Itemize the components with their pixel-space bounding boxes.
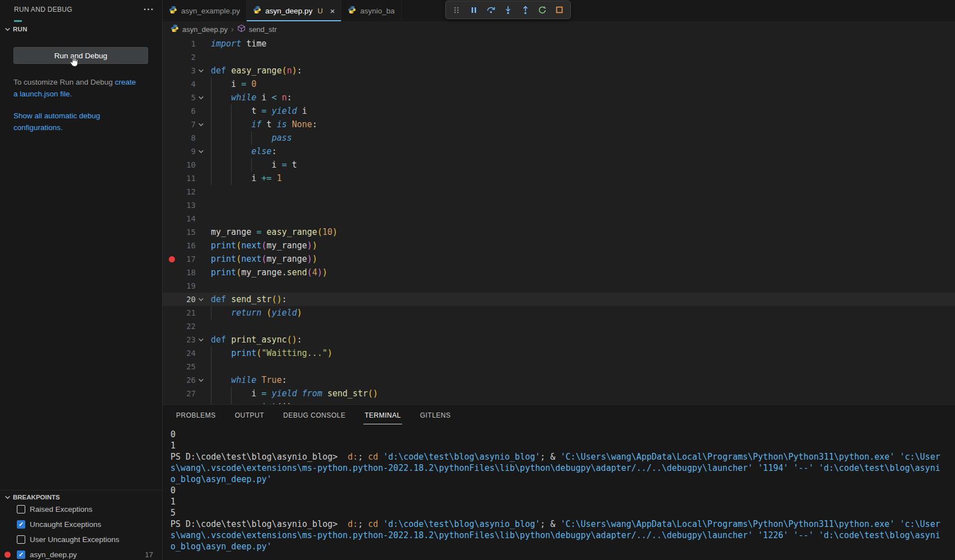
fold-chevron-icon[interactable] xyxy=(198,334,204,347)
line-number: 16 xyxy=(163,239,196,252)
checkbox[interactable] xyxy=(17,535,25,544)
line-number: 28 xyxy=(163,400,196,404)
code-line-19[interactable]: 19 xyxy=(163,279,955,293)
code-line-14[interactable]: 14 xyxy=(163,212,955,225)
code-line-1[interactable]: 1import time xyxy=(163,37,955,50)
code-line-11[interactable]: 11 i += 1 xyxy=(163,172,955,185)
pause-icon[interactable] xyxy=(467,3,481,17)
chevron-down-icon xyxy=(4,26,11,33)
line-number: 11 xyxy=(163,172,196,185)
more-actions-icon[interactable]: ··· xyxy=(144,4,154,15)
code-line-12[interactable]: 12 xyxy=(163,185,955,198)
code-editor[interactable]: 1import time23def easy_range(n):4 i = 05… xyxy=(163,37,955,404)
code-text: def send_str(): xyxy=(211,293,287,306)
fold-chevron-icon[interactable] xyxy=(198,145,204,159)
python-icon xyxy=(169,6,177,16)
breakpoint-item[interactable]: ✓asyn_deep.py17 xyxy=(0,547,162,560)
step-into-icon[interactable] xyxy=(501,3,515,17)
breadcrumb-file[interactable]: asyn_deep.py xyxy=(182,25,228,34)
breakpoint-icon xyxy=(4,552,11,558)
editor-group: asyn_example.pyasyn_deep.pyU×asynio_bay … xyxy=(163,0,955,560)
code-line-2[interactable]: 2 xyxy=(163,50,955,64)
python-file-icon xyxy=(170,24,179,34)
code-line-9[interactable]: 9 else: xyxy=(163,145,955,158)
line-number: 6 xyxy=(163,104,196,118)
line-number: 15 xyxy=(163,225,196,239)
breakpoint-item[interactable]: Raised Exceptions xyxy=(0,502,162,517)
code-text: i = yield from send_str() xyxy=(211,387,378,400)
code-text: i += 1 xyxy=(211,172,282,185)
bottom-panel: PROBLEMSOUTPUTDEBUG CONSOLETERMINALGITLE… xyxy=(163,404,955,560)
code-line-17[interactable]: 17print(next(my_range)) xyxy=(163,252,955,266)
fold-chevron-icon[interactable] xyxy=(198,293,204,307)
code-text: print("Waitting...") xyxy=(211,346,333,360)
code-line-21[interactable]: 21 return (yield) xyxy=(163,306,955,320)
terminal-line-2: 1 xyxy=(170,440,955,451)
code-line-27[interactable]: 27 i = yield from send_str() xyxy=(163,387,955,400)
step-out-icon[interactable] xyxy=(518,3,533,17)
debug-toolbar xyxy=(445,1,571,19)
code-line-18[interactable]: 18print(my_range.send(4)) xyxy=(163,266,955,279)
code-text: print(i) xyxy=(211,400,292,404)
line-number: 22 xyxy=(163,320,196,333)
checkbox[interactable] xyxy=(17,505,25,513)
line-number: 19 xyxy=(163,279,196,293)
code-line-7[interactable]: 7 if t is None: xyxy=(163,118,955,131)
vscode-window: RUN AND DEBUG ··· RUN Run and Debug To c… xyxy=(0,0,955,560)
code-text: else: xyxy=(211,145,276,158)
stop-icon[interactable] xyxy=(552,3,567,17)
panel-tab-terminal[interactable]: TERMINAL xyxy=(365,411,401,419)
customize-hint: To customize Run and Debug create a laun… xyxy=(13,76,141,100)
terminal-line-9: PS D:\code\test\blog\asynio_blog> d:; cd… xyxy=(170,519,955,530)
breakpoints-header[interactable]: BREAKPOINTS xyxy=(0,490,162,502)
fold-chevron-icon[interactable] xyxy=(198,118,204,132)
terminal-output[interactable]: 01PS D:\code\test\blog\asynio_blog> d:; … xyxy=(163,425,955,552)
code-line-3[interactable]: 3def easy_range(n): xyxy=(163,64,955,77)
panel-tab-debug-console[interactable]: DEBUG CONSOLE xyxy=(283,411,345,419)
tab-asyn_deep.py[interactable]: asyn_deep.pyU× xyxy=(247,0,342,21)
gripper-icon[interactable] xyxy=(449,3,464,17)
checkbox[interactable]: ✓ xyxy=(17,550,25,559)
breakpoint-item[interactable]: User Uncaught Exceptions xyxy=(0,532,162,547)
code-text: print(my_range.send(4)) xyxy=(211,266,327,279)
fold-chevron-icon[interactable] xyxy=(198,374,204,387)
code-line-10[interactable]: 10 i = t xyxy=(163,158,955,172)
restart-icon[interactable] xyxy=(535,3,550,17)
show-debug-configurations-link[interactable]: Show all automatic debug configurations. xyxy=(13,110,132,133)
code-line-28[interactable]: 28 print(i) xyxy=(163,400,955,404)
code-line-16[interactable]: 16print(next(my_range)) xyxy=(163,239,955,252)
breakpoint-item[interactable]: ✓Uncaught Exceptions xyxy=(0,517,162,532)
tab-asynio_ba[interactable]: asynio_ba xyxy=(342,0,402,21)
checkbox[interactable]: ✓ xyxy=(17,520,25,529)
panel-tab-problems[interactable]: PROBLEMS xyxy=(176,411,216,419)
code-line-25[interactable]: 25 xyxy=(163,360,955,373)
code-line-26[interactable]: 26 while True: xyxy=(163,373,955,387)
code-line-8[interactable]: 8 pass xyxy=(163,131,955,145)
section-run-header[interactable]: RUN xyxy=(4,26,27,33)
code-line-5[interactable]: 5 while i < n: xyxy=(163,91,955,104)
line-number: 3 xyxy=(163,64,196,77)
close-icon[interactable]: × xyxy=(330,6,335,16)
run-and-debug-button[interactable]: Run and Debug xyxy=(13,47,148,64)
code-line-15[interactable]: 15my_range = easy_range(10) xyxy=(163,225,955,239)
code-line-23[interactable]: 23def print_async(): xyxy=(163,333,955,346)
code-line-6[interactable]: 6 t = yield i xyxy=(163,104,955,118)
code-line-20[interactable]: 20def send_str(): xyxy=(163,293,955,306)
fold-chevron-icon[interactable] xyxy=(198,91,204,105)
code-line-24[interactable]: 24 print("Waitting...") xyxy=(163,346,955,360)
code-text: i = t xyxy=(211,158,297,172)
code-line-13[interactable]: 13 xyxy=(163,198,955,212)
breadcrumb-symbol[interactable]: send_str xyxy=(249,25,277,34)
step-over-icon[interactable] xyxy=(483,3,498,17)
code-line-4[interactable]: 4 i = 0 xyxy=(163,77,955,91)
line-number: 8 xyxy=(163,131,196,145)
breakpoint-label: Uncaught Exceptions xyxy=(30,520,102,529)
fold-chevron-icon[interactable] xyxy=(198,64,204,78)
tab-asyn_example.py[interactable]: asyn_example.py xyxy=(163,0,247,21)
line-number: 10 xyxy=(163,158,196,172)
panel-tab-gitlens[interactable]: GITLENS xyxy=(420,411,451,419)
customize-hint-text: To customize Run and Debug xyxy=(13,78,115,86)
terminal-line-1: 0 xyxy=(170,429,955,440)
code-line-22[interactable]: 22 xyxy=(163,320,955,333)
panel-tab-output[interactable]: OUTPUT xyxy=(235,411,264,419)
